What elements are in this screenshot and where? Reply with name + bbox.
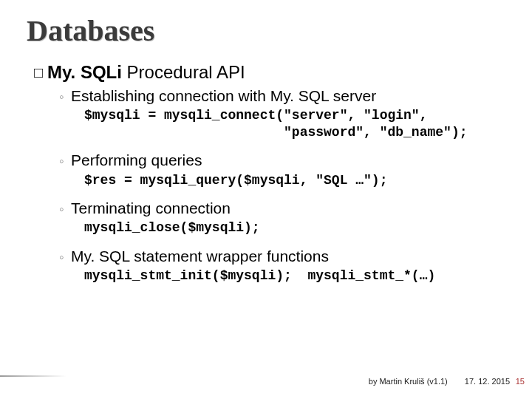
slide-title: Databases — [27, 13, 505, 48]
slide-footer: by Martin Kruliš (v1.1) 17. 12. 2015 — [369, 377, 510, 386]
code-block: $res = mysqli_query($mysqli, "SQL …"); — [84, 172, 505, 189]
lvl2-label: Establishing connection with My. SQL ser… — [71, 87, 376, 104]
page-number: 15 — [516, 377, 525, 386]
lvl1-rest: Procedural API — [122, 62, 245, 82]
code-block: mysqli_close($mysqli); — [84, 219, 505, 236]
code-block: $mysqli = mysqli_connect("server", "logi… — [84, 107, 505, 140]
bullet-lvl2: ◦Terminating connection — [59, 199, 505, 218]
circle-bullet-icon: ◦ — [59, 89, 71, 106]
square-bullet-icon: □ — [34, 64, 47, 82]
bullet-lvl2: ◦My. SQL statement wrapper functions — [59, 247, 505, 266]
bullet-lvl1: □My. SQLi Procedural API — [34, 61, 505, 83]
bullet-lvl2: ◦Performing queries — [59, 151, 505, 170]
lvl1-bold: My. SQLi — [47, 62, 122, 82]
circle-bullet-icon: ◦ — [59, 153, 71, 170]
lvl2-label: Performing queries — [71, 151, 202, 168]
footer-author: by Martin Kruliš (v1.1) — [369, 377, 448, 386]
footer-date: 17. 12. 2015 — [465, 377, 510, 386]
circle-bullet-icon: ◦ — [59, 201, 71, 218]
bullet-lvl2: ◦Establishing connection with My. SQL se… — [59, 86, 505, 106]
circle-bullet-icon: ◦ — [59, 249, 71, 266]
decorative-line — [0, 375, 66, 377]
lvl2-label: My. SQL statement wrapper functions — [71, 248, 329, 265]
lvl2-label: Terminating connection — [71, 200, 231, 216]
code-block: mysqli_stmt_init($mysqli); mysqli_stmt_*… — [84, 267, 505, 284]
